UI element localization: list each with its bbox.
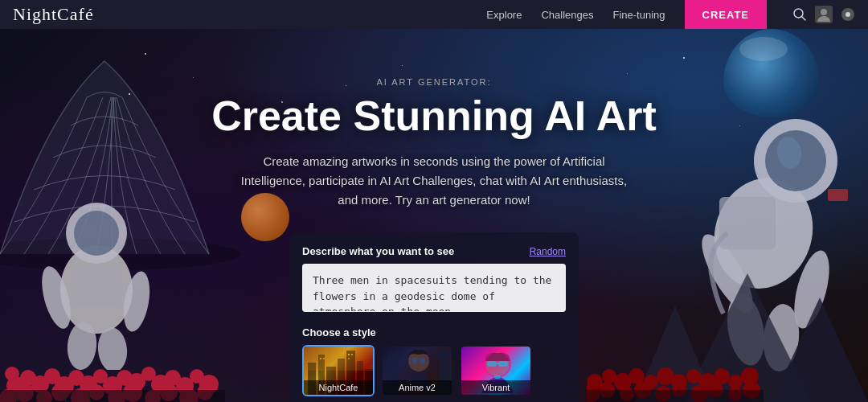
create-button[interactable]: CREATE bbox=[685, 0, 767, 29]
nav-explore[interactable]: Explore bbox=[486, 9, 522, 21]
svg-point-3 bbox=[821, 9, 827, 15]
style-anime-label: Anime v2 bbox=[383, 380, 452, 395]
prompt-label: Describe what you want to see bbox=[302, 245, 454, 257]
style-chooser: Choose a style bbox=[302, 326, 566, 396]
nav-challenges[interactable]: Challenges bbox=[541, 9, 593, 21]
header: NightCafé Explore Challenges Fine-tuning… bbox=[0, 0, 868, 29]
style-nightcafe-label: NightCafe bbox=[304, 380, 373, 395]
svg-rect-107 bbox=[487, 361, 497, 367]
style-label: Choose a style bbox=[302, 326, 566, 338]
style-card-anime[interactable]: Anime v2 bbox=[381, 345, 453, 396]
prompt-input[interactable]: Three men in spacesuits tending to the f… bbox=[302, 264, 566, 312]
main-nav: Explore Challenges Fine-tuning CREATE bbox=[486, 0, 855, 29]
hero-description: Create amazing artworks in seconds using… bbox=[233, 152, 635, 210]
svg-point-5 bbox=[845, 12, 850, 17]
style-cards: NightCafe bbox=[302, 345, 566, 396]
svg-rect-99 bbox=[304, 347, 375, 371]
hero-section: AI ART GENERATOR: Create Stunning AI Art… bbox=[0, 0, 868, 402]
style-card-nightcafe[interactable]: NightCafe bbox=[302, 345, 375, 396]
style-vibrant-label: Vibrant bbox=[461, 380, 530, 395]
random-link[interactable]: Random bbox=[530, 246, 566, 257]
header-icons bbox=[792, 6, 855, 23]
prompt-area: Describe what you want to see Random Thr… bbox=[289, 232, 579, 402]
svg-rect-111 bbox=[494, 375, 501, 379]
hero-content: AI ART GENERATOR: Create Stunning AI Art… bbox=[0, 29, 868, 402]
nav-fine-tuning[interactable]: Fine-tuning bbox=[612, 9, 665, 21]
site-logo[interactable]: NightCafé bbox=[13, 4, 94, 25]
user-avatar-icon[interactable] bbox=[815, 6, 833, 23]
style-card-vibrant[interactable]: Vibrant bbox=[460, 345, 532, 396]
hero-subtitle: AI ART GENERATOR: bbox=[376, 77, 491, 87]
svg-line-1 bbox=[802, 17, 806, 21]
svg-rect-108 bbox=[498, 361, 508, 367]
menu-icon[interactable] bbox=[841, 7, 855, 22]
prompt-label-row: Describe what you want to see Random bbox=[302, 245, 566, 257]
hero-title: Create Stunning AI Art bbox=[211, 93, 657, 139]
search-icon[interactable] bbox=[792, 7, 807, 22]
